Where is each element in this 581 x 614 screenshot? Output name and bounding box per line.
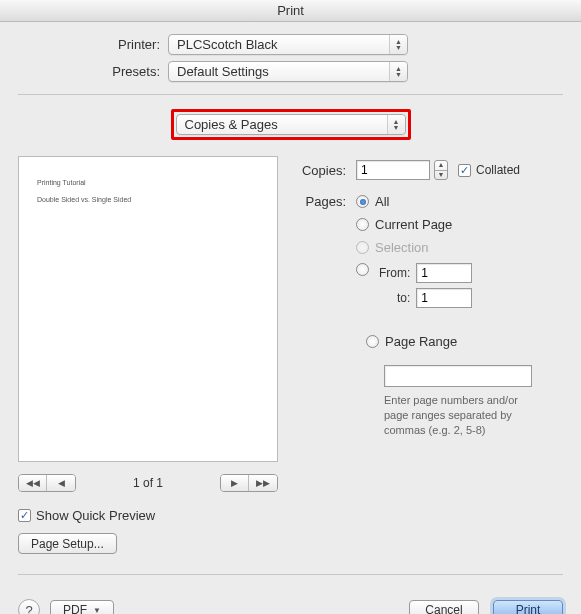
collated-label: Collated <box>476 163 520 177</box>
copies-input[interactable] <box>356 160 430 180</box>
cancel-button[interactable]: Cancel <box>409 600 479 615</box>
printer-select[interactable]: PLCScotch Black ▲▼ <box>168 34 408 55</box>
divider <box>18 574 563 575</box>
print-preview: Printing Tutorial Double Sided vs. Singl… <box>18 156 278 462</box>
pages-current-radio[interactable] <box>356 218 369 231</box>
section-value: Copies & Pages <box>185 117 278 132</box>
section-select[interactable]: Copies & Pages ▲▼ <box>176 114 406 135</box>
pages-current-label: Current Page <box>375 217 452 232</box>
window-title: Print <box>0 0 581 22</box>
chevron-down-icon: ▼ <box>93 606 101 615</box>
preview-text: Printing Tutorial <box>37 179 259 186</box>
presets-label: Presets: <box>18 64 168 79</box>
pages-from-label: From: <box>379 266 410 280</box>
printer-label: Printer: <box>18 37 168 52</box>
pages-selection-label: Selection <box>375 240 428 255</box>
divider <box>18 94 563 95</box>
print-button[interactable]: Print <box>493 600 563 615</box>
pdf-menu-button[interactable]: PDF ▼ <box>50 600 114 615</box>
stepper-up-icon[interactable]: ▲ <box>435 161 447 171</box>
printer-value: PLCScotch Black <box>177 37 277 52</box>
collated-checkbox[interactable]: ✓ <box>458 164 471 177</box>
preview-next-group[interactable]: ▶ ▶▶ <box>220 474 278 492</box>
page-range-input[interactable] <box>384 365 532 387</box>
page-range-radio[interactable] <box>366 335 379 348</box>
page-indicator: 1 of 1 <box>133 476 163 490</box>
preview-text: Double Sided vs. Single Sided <box>37 196 259 203</box>
first-page-icon[interactable]: ◀◀ <box>19 475 47 491</box>
pages-to-input[interactable] <box>416 288 472 308</box>
highlight-annotation: Copies & Pages ▲▼ <box>171 109 411 140</box>
page-range-label: Page Range <box>385 334 457 349</box>
show-quick-preview-checkbox[interactable]: ✓ <box>18 509 31 522</box>
help-button[interactable]: ? <box>18 599 40 614</box>
pages-to-label: to: <box>379 291 410 305</box>
show-quick-preview-label: Show Quick Preview <box>36 508 155 523</box>
page-setup-button[interactable]: Page Setup... <box>18 533 117 554</box>
stepper-down-icon[interactable]: ▼ <box>435 171 447 180</box>
pages-all-radio[interactable] <box>356 195 369 208</box>
last-page-icon[interactable]: ▶▶ <box>249 475 277 491</box>
pages-label: Pages: <box>296 194 356 209</box>
copies-label: Copies: <box>296 163 356 178</box>
chevron-updown-icon: ▲▼ <box>389 35 407 54</box>
pages-all-label: All <box>375 194 389 209</box>
preview-prev-group[interactable]: ◀◀ ◀ <box>18 474 76 492</box>
next-page-icon[interactable]: ▶ <box>221 475 249 491</box>
chevron-updown-icon: ▲▼ <box>387 115 405 134</box>
page-range-hint: Enter page numbers and/or page ranges se… <box>384 393 544 438</box>
pages-from-radio[interactable] <box>356 263 369 276</box>
chevron-updown-icon: ▲▼ <box>389 62 407 81</box>
pdf-label: PDF <box>63 603 87 614</box>
pages-selection-radio <box>356 241 369 254</box>
pages-from-input[interactable] <box>416 263 472 283</box>
help-icon: ? <box>25 603 32 615</box>
prev-page-icon[interactable]: ◀ <box>47 475 75 491</box>
presets-select[interactable]: Default Settings ▲▼ <box>168 61 408 82</box>
presets-value: Default Settings <box>177 64 269 79</box>
copies-stepper[interactable]: ▲▼ <box>434 160 448 180</box>
